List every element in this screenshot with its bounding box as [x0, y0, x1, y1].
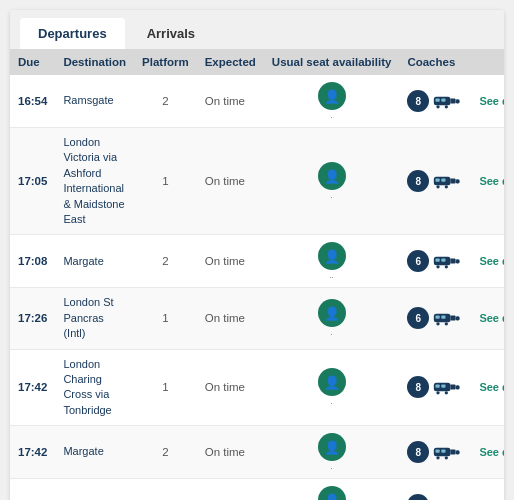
train-icon [433, 378, 463, 396]
table-row: 16:54Ramsgate2On time👤.8 See details [10, 75, 504, 128]
cell-destination: Ramsgate [55, 75, 134, 128]
cell-platform: 1 [134, 128, 197, 235]
cell-seat-availability: 👤. [264, 288, 400, 349]
col-platform: Platform [134, 49, 197, 75]
train-icon [433, 252, 463, 270]
svg-rect-9 [456, 180, 460, 184]
seat-availability-icon: 👤 [318, 242, 346, 270]
cell-due: 17:26 [10, 288, 55, 349]
see-details-link[interactable]: See details [471, 479, 504, 500]
col-coaches: Coaches [399, 49, 471, 75]
svg-point-31 [437, 391, 440, 394]
table-row: 17:42Margate2On time👤.8 See details [10, 426, 504, 479]
train-icon [433, 496, 463, 500]
svg-rect-12 [436, 179, 440, 182]
svg-rect-41 [442, 450, 446, 453]
cell-coaches: 8 [399, 426, 471, 479]
cell-seat-availability: 👤. [264, 426, 400, 479]
cell-due: 17:42 [10, 349, 55, 426]
svg-rect-23 [456, 317, 460, 321]
see-details-link[interactable]: See details [471, 235, 504, 288]
cell-expected: On time [197, 479, 264, 500]
cell-destination: Margate [55, 426, 134, 479]
cell-platform: 2 [134, 479, 197, 500]
see-details-link[interactable]: See details [471, 75, 504, 128]
seat-availability-icon: 👤 [318, 299, 346, 327]
svg-rect-2 [456, 99, 460, 103]
svg-point-38 [437, 456, 440, 459]
cell-expected: On time [197, 288, 264, 349]
seat-dot-indicator: . [331, 191, 333, 200]
cell-expected: On time [197, 128, 264, 235]
cell-expected: On time [197, 75, 264, 128]
svg-rect-15 [451, 259, 456, 264]
cell-due: 17:54 [10, 479, 55, 500]
cell-seat-availability: 👤. [264, 128, 400, 235]
cell-coaches: 12 [399, 479, 471, 500]
svg-point-32 [445, 391, 448, 394]
svg-point-25 [445, 323, 448, 326]
table-row: 17:05London Victoria via Ashford Interna… [10, 128, 504, 235]
svg-rect-36 [451, 450, 456, 455]
svg-rect-40 [436, 450, 440, 453]
coach-number-badge: 8 [407, 376, 429, 398]
svg-rect-30 [456, 386, 460, 390]
cell-destination: Margate [55, 235, 134, 288]
cell-seat-availability: 👤. [264, 479, 400, 500]
coach-number-badge: 8 [407, 90, 429, 112]
seat-dot-indicator: . [331, 328, 333, 337]
svg-rect-20 [442, 259, 446, 262]
col-expected: Expected [197, 49, 264, 75]
table-row: 17:26London St Pancras (Intl)1On time👤.6… [10, 288, 504, 349]
cell-destination: London Charing Cross via Tonbridge [55, 349, 134, 426]
train-icon [433, 92, 463, 110]
coach-number-badge: 6 [407, 250, 429, 272]
svg-point-18 [445, 266, 448, 269]
svg-point-10 [437, 185, 440, 188]
svg-point-4 [445, 105, 448, 108]
cell-platform: 2 [134, 235, 197, 288]
see-details-link[interactable]: See details [471, 128, 504, 235]
departures-board: Departures Arrivals Due Destination Plat… [10, 10, 504, 500]
tab-bar: Departures Arrivals [10, 10, 504, 49]
cell-due: 17:08 [10, 235, 55, 288]
svg-rect-22 [451, 316, 456, 321]
col-due: Due [10, 49, 55, 75]
svg-rect-8 [451, 179, 456, 184]
coach-number-badge: 12 [407, 494, 429, 500]
cell-platform: 2 [134, 75, 197, 128]
svg-rect-37 [456, 450, 460, 454]
cell-due: 17:42 [10, 426, 55, 479]
tab-departures[interactable]: Departures [20, 18, 125, 49]
cell-coaches: 6 [399, 235, 471, 288]
seat-availability-icon: 👤 [318, 486, 346, 500]
cell-due: 16:54 [10, 75, 55, 128]
cell-coaches: 8 [399, 128, 471, 235]
departures-table-wrap: Due Destination Platform Expected Usual … [10, 49, 504, 500]
seat-dot-indicator: .. [329, 271, 333, 280]
svg-point-11 [445, 185, 448, 188]
seat-dot-indicator: . [331, 111, 333, 120]
svg-rect-16 [456, 260, 460, 264]
see-details-link[interactable]: See details [471, 288, 504, 349]
cell-platform: 1 [134, 349, 197, 426]
coach-number-badge: 6 [407, 307, 429, 329]
see-details-link[interactable]: See details [471, 426, 504, 479]
cell-seat-availability: 👤. [264, 349, 400, 426]
seat-dot-indicator: . [331, 462, 333, 471]
seat-availability-icon: 👤 [318, 433, 346, 461]
svg-rect-6 [442, 99, 446, 102]
train-icon [433, 309, 463, 327]
tab-arrivals[interactable]: Arrivals [129, 18, 213, 49]
cell-coaches: 8 [399, 349, 471, 426]
svg-point-17 [437, 266, 440, 269]
see-details-link[interactable]: See details [471, 349, 504, 426]
col-seat: Usual seat availability [264, 49, 400, 75]
col-destination: Destination [55, 49, 134, 75]
svg-point-3 [437, 105, 440, 108]
svg-rect-29 [451, 385, 456, 390]
cell-destination: London St Pancras (Intl) [55, 288, 134, 349]
coach-number-badge: 8 [407, 170, 429, 192]
seat-availability-icon: 👤 [318, 368, 346, 396]
svg-rect-13 [442, 179, 446, 182]
